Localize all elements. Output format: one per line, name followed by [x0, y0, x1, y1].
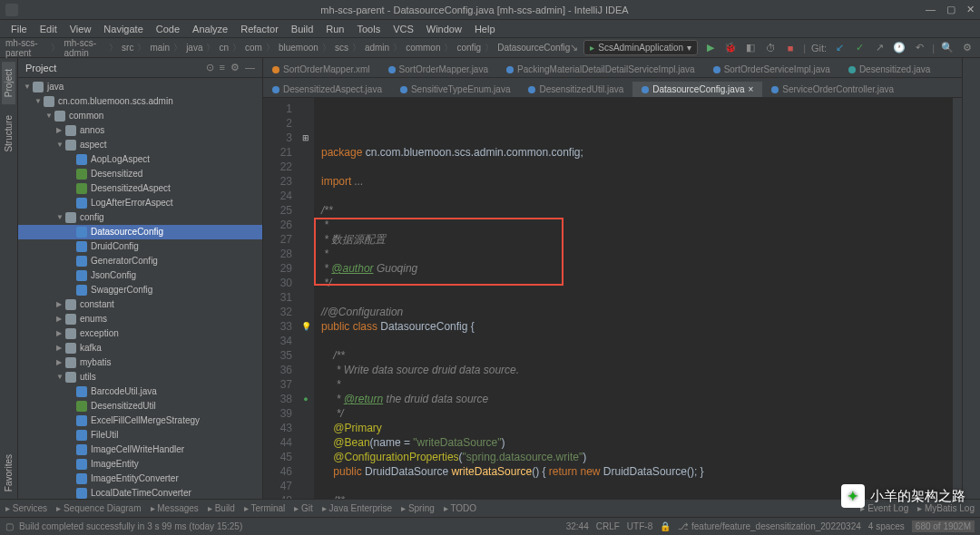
menu-analyze[interactable]: Analyze: [187, 22, 233, 36]
minimize-icon[interactable]: —: [926, 4, 936, 15]
tree-item[interactable]: ▼common: [18, 109, 262, 123]
git-history-icon[interactable]: 🕐: [892, 41, 906, 55]
tree-item[interactable]: ▶kafka: [18, 341, 262, 355]
tree-item[interactable]: LocalDateTimeConverter: [18, 486, 262, 499]
stop-button[interactable]: ■: [783, 41, 798, 55]
tree-item[interactable]: ▶exception: [18, 326, 262, 341]
menu-refactor[interactable]: Refactor: [235, 22, 284, 36]
tree-item[interactable]: ▶mybatis: [18, 355, 262, 370]
favorites-tool-tab[interactable]: Favorites: [2, 447, 15, 499]
tree-item[interactable]: AopLogAspect: [18, 152, 262, 167]
tree-item[interactable]: ImageEntity: [18, 457, 262, 472]
cursor-position[interactable]: 32:44: [566, 521, 589, 531]
crumb[interactable]: cn: [219, 43, 229, 53]
tool-mybatis-log[interactable]: ▸ MyBatis Log: [917, 503, 975, 513]
encoding[interactable]: UTF-8: [627, 521, 652, 531]
tree-item[interactable]: ▶enums: [18, 312, 262, 326]
tool-todo[interactable]: ▸ TODO: [444, 503, 476, 513]
expand-all-icon[interactable]: ≡: [220, 62, 225, 73]
add-config-icon[interactable]: ↘: [570, 42, 578, 54]
git-lock-icon[interactable]: 🔒: [660, 521, 671, 531]
run-config-selector[interactable]: ▸ ScsAdminApplication ▾: [583, 40, 698, 55]
tree-item[interactable]: ▼config: [18, 210, 262, 225]
tree-item[interactable]: ▶annos: [18, 123, 262, 138]
crumb[interactable]: com: [245, 43, 262, 53]
coverage-button[interactable]: ◧: [743, 41, 758, 55]
select-opened-icon[interactable]: ⊙: [206, 62, 214, 73]
tree-item[interactable]: ▼java: [18, 80, 262, 94]
crumb[interactable]: mh-scs-admin: [64, 38, 105, 58]
tree-item[interactable]: ▼cn.com.bluemoon.scs.admin: [18, 94, 262, 109]
crumb[interactable]: src: [122, 43, 133, 53]
tree-item[interactable]: JsonConfig: [18, 268, 262, 283]
tool-event-log[interactable]: ▸ Event Log: [860, 503, 908, 513]
crumb[interactable]: java: [186, 43, 202, 53]
menu-view[interactable]: View: [64, 22, 97, 36]
gutter-icons[interactable]: ⊞💡●●: [298, 98, 314, 499]
tool-java-enterprise[interactable]: ▸ Java Enterprise: [322, 503, 392, 513]
menu-run[interactable]: Run: [320, 22, 349, 36]
menu-edit[interactable]: Edit: [34, 22, 63, 36]
tree-item[interactable]: DesensitizedAspect: [18, 181, 262, 196]
crumb[interactable]: bluemoon: [279, 43, 318, 53]
crumb[interactable]: DatasourceConfig: [497, 43, 570, 53]
tree-item[interactable]: LogAfterErrorAspect: [18, 196, 262, 210]
editor-tab[interactable]: SortOrderMapper.xml: [263, 62, 379, 77]
tree-item[interactable]: ExcelFillCellMergeStrategy: [18, 413, 262, 428]
run-button[interactable]: ▶: [703, 41, 718, 55]
line-separator[interactable]: CRLF: [596, 521, 620, 531]
tree-item[interactable]: BarcodeUtil.java: [18, 384, 262, 399]
tree-item[interactable]: ▼aspect: [18, 138, 262, 152]
tool-services[interactable]: ▸ Services: [5, 503, 47, 513]
profile-button[interactable]: ⏱: [763, 41, 778, 55]
tree-item[interactable]: DesensitizedUtil: [18, 399, 262, 413]
git-rollback-icon[interactable]: ↶: [912, 41, 926, 55]
tool-spring[interactable]: ▸ Spring: [401, 503, 435, 513]
ide-settings-icon[interactable]: ⚙: [960, 41, 975, 55]
crumb[interactable]: mh-scs-parent: [5, 38, 47, 58]
tool-terminal[interactable]: ▸ Terminal: [244, 503, 285, 513]
tree-item[interactable]: DruidConfig: [18, 239, 262, 254]
editor-tab[interactable]: ServiceOrderController.java: [762, 82, 903, 97]
menu-navigate[interactable]: Navigate: [98, 22, 148, 36]
git-update-icon[interactable]: ↙: [832, 41, 847, 55]
tree-item[interactable]: ▶constant: [18, 297, 262, 312]
crumb[interactable]: config: [456, 43, 481, 53]
window-controls[interactable]: — ▢ ✕: [926, 4, 975, 15]
git-push-icon[interactable]: ↗: [872, 41, 887, 55]
editor-scrollbar[interactable]: [953, 98, 962, 499]
tree-item[interactable]: Desensitized: [18, 167, 262, 181]
editor-tab[interactable]: Desensitized.java: [839, 62, 939, 77]
editor-tab[interactable]: DesensitizedUtil.java: [519, 82, 632, 97]
code-editor[interactable]: 1232122232425262728293031323334353637383…: [263, 98, 962, 499]
menu-window[interactable]: Window: [421, 22, 467, 36]
git-branch[interactable]: ⎇ feature/feature_desensitization_202203…: [678, 521, 861, 531]
editor-tab[interactable]: SortOrderMapper.java: [379, 62, 497, 77]
menu-code[interactable]: Code: [151, 22, 185, 36]
status-icon[interactable]: ▢: [5, 521, 14, 531]
structure-tool-tab[interactable]: Structure: [2, 108, 15, 160]
git-commit-icon[interactable]: ✓: [852, 41, 867, 55]
menu-vcs[interactable]: VCS: [387, 22, 419, 36]
tool-sequence-diagram[interactable]: ▸ Sequence Diagram: [56, 503, 141, 513]
tool-git[interactable]: ▸ Git: [294, 503, 313, 513]
editor-tab[interactable]: DesensitizedAspect.java: [263, 82, 391, 97]
editor-tab[interactable]: DatasourceConfig.java ×: [632, 82, 762, 97]
memory[interactable]: 680 of 1902M: [912, 520, 975, 532]
crumb[interactable]: scs: [335, 43, 348, 53]
tool-messages[interactable]: ▸ Messages: [151, 503, 199, 513]
close-icon[interactable]: ✕: [966, 4, 975, 15]
code-content[interactable]: package cn.com.bluemoon.scs.admin.common…: [314, 98, 953, 499]
editor-tab[interactable]: SensitiveTypeEnum.java: [391, 82, 520, 97]
tree-item[interactable]: ImageCellWriteHandler: [18, 443, 262, 457]
hide-icon[interactable]: —: [245, 62, 255, 73]
menu-file[interactable]: File: [5, 22, 33, 36]
crumb[interactable]: main: [150, 43, 170, 53]
tree-item[interactable]: GeneratorConfig: [18, 254, 262, 268]
tool-build[interactable]: ▸ Build: [208, 503, 235, 513]
crumb[interactable]: admin: [365, 43, 389, 53]
crumb[interactable]: common: [406, 43, 440, 53]
gear-icon[interactable]: ⚙: [230, 62, 240, 73]
menu-build[interactable]: Build: [286, 22, 318, 36]
tree-item[interactable]: SwaggerConfig: [18, 283, 262, 297]
